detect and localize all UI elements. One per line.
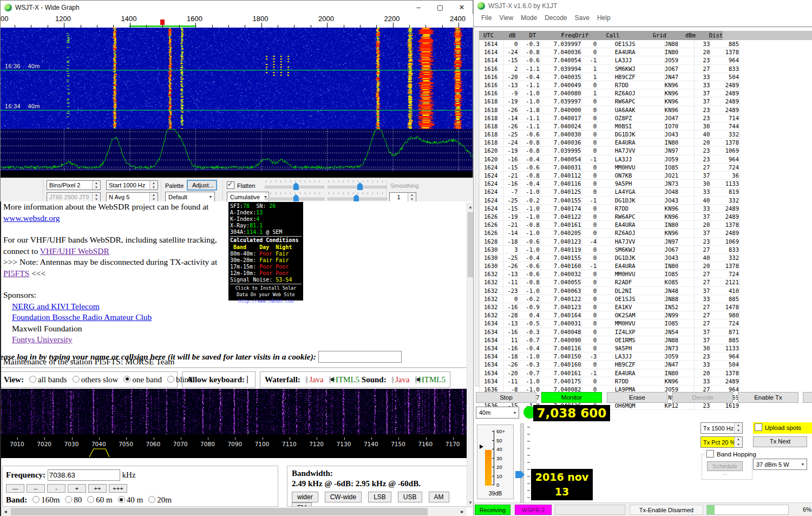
scroll-right-icon[interactable]: ► bbox=[458, 509, 467, 514]
table-row[interactable]: 1624-25-0.27.040155-1DG1DJKJO4340332 bbox=[480, 197, 739, 205]
table-row[interactable]: 1626-21-0.87.0401610EA4URAIN80201378 bbox=[480, 221, 739, 229]
waterfall-java-radio[interactable] bbox=[306, 376, 307, 383]
table-row[interactable]: 16140-0.37.0399970OE1SJSJN8833885 bbox=[480, 40, 739, 48]
table-row[interactable]: 1624-15-1.07.0401740R7DDKN96332489 bbox=[480, 205, 739, 213]
main-titlebar[interactable]: WSJT-X v1.6.0 by K1JT bbox=[474, 0, 812, 12]
spectrum-zero-slider[interactable] bbox=[328, 192, 387, 202]
erase-button[interactable]: Erase bbox=[607, 392, 667, 403]
scroll-down-icon[interactable]: ▼ bbox=[467, 499, 473, 507]
table-row[interactable]: 1618-26-1.17.0400240M0BSIIO7030744 bbox=[480, 122, 739, 130]
table-row[interactable]: 1624-7-1.07.0401250LA4YGAJO4833819 bbox=[480, 188, 739, 196]
tx-next-button[interactable]: Tx Next bbox=[753, 436, 807, 447]
waterfall-gain-slider[interactable] bbox=[265, 180, 324, 190]
table-row[interactable]: 1630-26-0.67.040160-1EA4URAIN80201378 bbox=[480, 262, 739, 270]
close-icon[interactable]: ✕ bbox=[451, 1, 473, 14]
power-select[interactable]: 37 dBm 5 W▼ bbox=[753, 459, 807, 470]
wide-graph-titlebar[interactable]: WSJT-X - Wide Graph – ▢ ✕ bbox=[1, 1, 473, 15]
solar-conditions-widget[interactable]: SFI:78 SN: 26 A-Index:13 K-Index:4 X-Ray… bbox=[228, 202, 303, 301]
table-row[interactable]: 1620-16-0.47.040054-1LA3JJJO5923964 bbox=[480, 155, 739, 164]
horizontal-scrollbar[interactable]: ◄ ► bbox=[1, 507, 467, 516]
upload-spots-checkbox[interactable]: Upload spots bbox=[753, 422, 812, 434]
table-row[interactable]: 1620-19-0.87.0399950HA7JVVJN97231069 bbox=[480, 147, 739, 155]
view-radio-one-band[interactable] bbox=[123, 376, 130, 383]
table-row[interactable]: 1634-18-1.07.040150-3LA3JJJO5923964 bbox=[480, 352, 739, 361]
table-scrollbar-lane[interactable] bbox=[475, 31, 479, 387]
menu-mode[interactable]: Mode bbox=[521, 14, 537, 22]
freq-step-button[interactable]: ++ bbox=[88, 484, 107, 493]
freq-step-button[interactable]: -- bbox=[27, 484, 45, 493]
frequency-input[interactable] bbox=[48, 469, 120, 481]
table-row[interactable]: 1634-16-0.47.04011609A5PHJN73301133 bbox=[480, 344, 739, 352]
band-radio-160m[interactable] bbox=[32, 496, 40, 503]
monitor-button[interactable]: Monitor bbox=[541, 392, 602, 403]
band-radio-40-m[interactable] bbox=[118, 496, 125, 503]
table-row[interactable]: 1634-11-1.07.0401750R7DDKN96332489 bbox=[480, 377, 739, 386]
table-row[interactable]: 1618-25-0.67.0400300DG1DJKJO4340332 bbox=[480, 130, 739, 139]
vertical-scrollbar[interactable]: ▲ ▼ bbox=[467, 203, 473, 507]
table-row[interactable]: 16162-1.17.0399941SM6KWJJO6727833 bbox=[480, 65, 739, 73]
passband-marker[interactable] bbox=[1, 447, 468, 458]
menu-help[interactable]: Help bbox=[597, 14, 611, 22]
band-radio-60-m[interactable] bbox=[87, 496, 94, 503]
table-row[interactable]: 1632-11-0.87.0400550R2ADFKO85272121 bbox=[480, 278, 739, 286]
table-row[interactable]: 16320-0.27.0401220OE1SJSJN8833885 bbox=[480, 295, 739, 303]
table-row[interactable]: 1618-14-1.17.0400170OZ8PZJO4723714 bbox=[480, 114, 739, 122]
flatten-checkbox-box[interactable] bbox=[227, 181, 234, 189]
bandwidth-button-lsb[interactable]: LSB bbox=[368, 492, 391, 502]
menu-file[interactable]: File bbox=[481, 14, 492, 22]
menu-view[interactable]: View bbox=[499, 14, 513, 22]
bandwidth-button-fm[interactable]: FM bbox=[292, 502, 312, 507]
view-radio-all-bands[interactable] bbox=[29, 376, 36, 383]
bandwidth-button-am[interactable]: AM bbox=[429, 492, 449, 502]
websdr-org-link[interactable]: www.websdr.org bbox=[3, 213, 60, 223]
table-row[interactable]: 1618-26-1.87.0400000UA6AAKKN96232489 bbox=[480, 106, 739, 114]
table-row[interactable]: 1632-13-0.67.0400320MM0HVUIO8527724 bbox=[480, 270, 739, 278]
enable-tx-button[interactable]: Enable Tx bbox=[738, 392, 798, 403]
menu-save[interactable]: Save bbox=[575, 14, 590, 22]
table-row[interactable]: 1634-26-0.37.0401600HB9CZFJN4733504 bbox=[480, 361, 739, 369]
table-row[interactable]: 1616-9-1.07.0400801RZ6AOJKN96372489 bbox=[480, 89, 739, 97]
waterfall-display[interactable] bbox=[1, 28, 473, 129]
scrollbar-thumb[interactable] bbox=[468, 212, 473, 277]
palette-adjust-button[interactable]: Adjust... bbox=[187, 180, 217, 191]
rx-gain-slider[interactable] bbox=[520, 423, 524, 507]
table-row[interactable]: 1632-16-0.97.0401230EA1KVIN52271478 bbox=[480, 303, 739, 311]
table-row[interactable]: 1624-16-0.47.04011609A5PHJN73301133 bbox=[480, 180, 739, 188]
flatten-checkbox[interactable]: Flatten bbox=[227, 181, 256, 190]
smoothing-spinner[interactable]: 1 ▲▼ bbox=[389, 192, 416, 202]
table-row[interactable]: 1634-16-0.37.0400480IZ4LXPJN5437871 bbox=[480, 328, 739, 336]
table-row[interactable]: 1624-21-0.87.0401120ON7KBJO213736 bbox=[480, 172, 739, 180]
schedule-button[interactable]: Schedule ... bbox=[707, 461, 743, 471]
websdr-waterfall[interactable] bbox=[1, 389, 468, 436]
table-row[interactable]: 1630-25-0.47.0401550DG1DJKJO4340332 bbox=[480, 254, 739, 262]
scrollbar-thumb[interactable] bbox=[11, 508, 428, 515]
table-row[interactable]: 1634-20-0.77.040161-1EA4URAIN80201378 bbox=[480, 369, 739, 377]
freq-step-button[interactable]: --- bbox=[6, 484, 24, 493]
table-row[interactable]: 163411-0.77.0400900OE1RMSJN8837885 bbox=[480, 336, 739, 344]
view-radio-others-slow[interactable] bbox=[73, 376, 80, 383]
table-row[interactable]: 1616-13-1.17.0400490R7DDKN96332489 bbox=[480, 81, 739, 89]
freq-step-button[interactable]: +++ bbox=[109, 484, 127, 493]
table-row[interactable]: 1626-19-1.07.0401220RW6APCKN96372489 bbox=[480, 213, 739, 221]
table-row[interactable]: 1632-280.47.0401640OK2SAMJN9927980 bbox=[480, 311, 739, 319]
freq-step-button[interactable]: + bbox=[68, 484, 86, 493]
waterfall-zero-slider[interactable] bbox=[328, 180, 387, 190]
tx-pct-spinner[interactable]: Tx Pct 20 %▲▼ bbox=[700, 436, 743, 448]
table-row[interactable]: 1616-20-0.47.0400351HB9CZFJN4733504 bbox=[480, 73, 739, 81]
menu-decode[interactable]: Decode bbox=[545, 14, 567, 22]
pi5fts-link[interactable]: PI5FTS bbox=[3, 269, 29, 278]
freq-step-button[interactable]: - bbox=[47, 484, 66, 493]
band-hopping-checkbox[interactable]: Band Hopping bbox=[705, 450, 757, 459]
sponsor-link[interactable]: NERG and KIVI Telecom bbox=[12, 302, 100, 311]
table-row[interactable]: 1618-24-0.87.0400360EA4URAIN80201378 bbox=[480, 139, 739, 147]
palette-select[interactable]: Default▼ bbox=[165, 192, 215, 202]
table-row[interactable]: 1632-23-1.07.0400630DL2NIJN4837410 bbox=[480, 287, 739, 295]
n-avg-spinner[interactable]: N Avg 5 ▲▼ bbox=[106, 192, 158, 202]
waterfall-html5-radio[interactable] bbox=[329, 376, 331, 383]
table-row[interactable]: 1626-14-1.07.0402050RZ6AOJKN96372489 bbox=[480, 229, 739, 237]
table-row[interactable]: 1628-18-0.67.040123-4HA7JVVJN97231069 bbox=[480, 238, 739, 246]
decode-button[interactable]: Decode bbox=[672, 392, 733, 403]
bins-pixel-spinner[interactable]: Bins/Pixel 2 ▲▼ bbox=[47, 180, 101, 190]
table-row[interactable]: 1634-13-0.57.0400310MM0HVUIO8527724 bbox=[480, 319, 739, 328]
callsign-input[interactable] bbox=[318, 351, 402, 363]
